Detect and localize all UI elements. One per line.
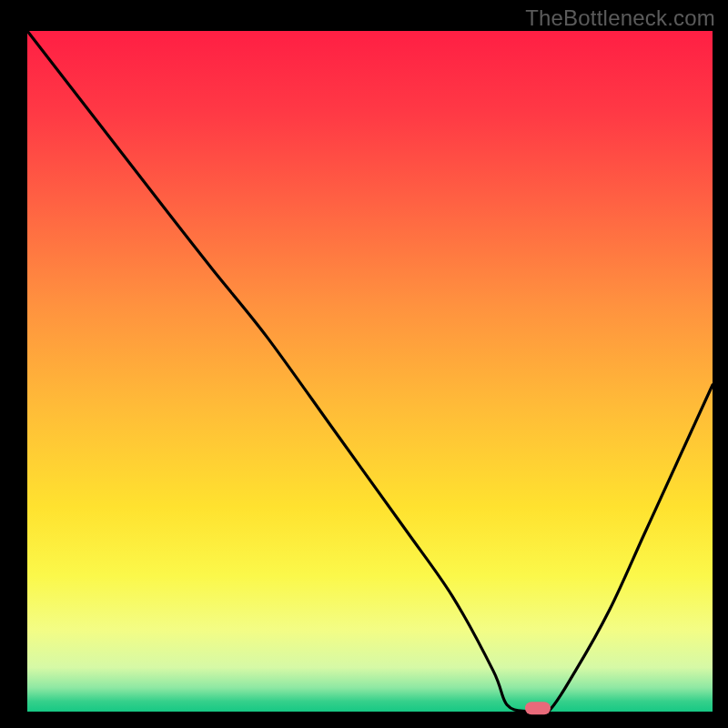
bottleneck-chart <box>0 0 728 728</box>
optimal-marker <box>525 702 551 714</box>
watermark-text: TheBottleneck.com <box>525 5 715 31</box>
chart-frame: TheBottleneck.com <box>0 0 728 728</box>
